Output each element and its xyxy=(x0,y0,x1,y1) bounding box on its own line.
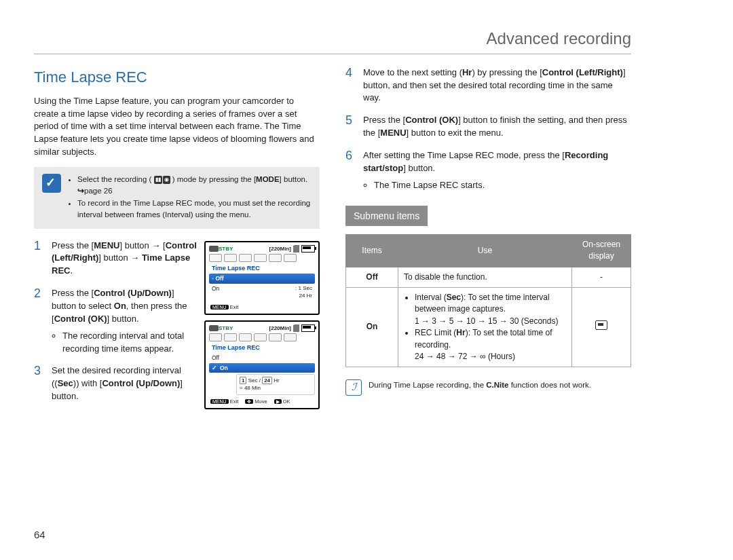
osd-mode-icon xyxy=(209,254,222,262)
osd-mode-icon xyxy=(284,254,297,262)
osd-mode-icon xyxy=(224,254,237,262)
on-use-reclimit: REC Limit (Hr): To set the total time of… xyxy=(415,327,566,362)
table-row-off: Off To disable the function. - xyxy=(346,267,631,287)
step-4: 4 Move to the next setting (Hr) by press… xyxy=(345,67,631,105)
note-line-1: Select the recording ( ▮▮◉ ) mode by pre… xyxy=(77,174,312,196)
step-number: 2 xyxy=(34,287,43,301)
precondition-note: Select the recording ( ▮▮◉ ) mode by pre… xyxy=(34,167,320,229)
osd-mode-icon xyxy=(239,333,252,341)
osd-mode-icon xyxy=(209,333,222,341)
step-2: 2 Press the [Control (Up/Down)] button t… xyxy=(34,287,198,355)
osd-mode-icon xyxy=(254,254,267,262)
lcd-option-on: On : 1 Sec24 Hr xyxy=(209,284,315,301)
timelapse-osd-icon xyxy=(595,320,607,330)
lcd-screenshot-1: STBY [220Min] Time Lapse REC xyxy=(204,241,320,315)
lcd-option-off: Off xyxy=(209,353,315,362)
osd-mode-icon xyxy=(254,333,267,341)
info-icon: ℐ xyxy=(345,379,362,396)
step-3: 3 Set the desired recording interval ((S… xyxy=(34,365,198,403)
info-note: ℐ During Time Lapse recording, the C.Nit… xyxy=(345,379,631,396)
osd-mode-icon xyxy=(269,254,282,262)
on-use-interval: Interval (Sec): To set the time interval… xyxy=(415,292,566,327)
battery-icon xyxy=(301,324,315,332)
page-title: Time Lapse REC xyxy=(34,67,320,88)
osd-mode-icon xyxy=(224,333,237,341)
lcd-screenshot-2: STBY [220Min] Time Lapse REC xyxy=(204,320,320,409)
osd-mode-icon xyxy=(284,333,297,341)
check-icon xyxy=(42,174,61,193)
camcorder-icon xyxy=(209,325,219,331)
section-header: Advanced recording xyxy=(34,27,631,54)
submenu-table: Items Use On-screen display Off To disab… xyxy=(345,234,631,368)
intro-paragraph: Using the Time Lapse feature, you can pr… xyxy=(34,95,320,159)
th-items: Items xyxy=(346,234,398,267)
osd-mode-icon xyxy=(239,254,252,262)
right-column: 4 Move to the next setting (Hr) by press… xyxy=(345,67,631,413)
osd-mode-icon xyxy=(269,333,282,341)
lcd-option-off: ◦ Off xyxy=(209,274,315,283)
lcd-menu-title: Time Lapse REC xyxy=(209,343,315,352)
step-6-bullet: The Time Lapse REC starts. xyxy=(374,179,631,192)
sd-card-icon xyxy=(293,245,299,253)
video-photo-mode-icon: ▮▮◉ xyxy=(154,176,170,184)
stby-label: STBY xyxy=(219,324,233,333)
step-2-bullet: The recording interval and total recordi… xyxy=(62,330,198,356)
sd-card-icon xyxy=(293,324,299,332)
step-number: 5 xyxy=(345,114,355,128)
table-row-on: On Interval (Sec): To set the time inter… xyxy=(346,288,631,367)
th-osd: On-screen display xyxy=(572,234,631,267)
step-1: 1 Press the [MENU] button → [Control (Le… xyxy=(34,240,198,278)
battery-icon xyxy=(301,245,315,253)
note-line-2: To record in the Time Lapse REC mode, yo… xyxy=(77,198,312,220)
step-number: 4 xyxy=(345,67,355,80)
step-number: 6 xyxy=(345,149,355,163)
left-column: Time Lapse REC Using the Time Lapse feat… xyxy=(34,67,320,413)
page-ref-icon: ↪ xyxy=(77,187,84,195)
th-use: Use xyxy=(398,234,572,267)
lcd-interval-values: 1 Sec / 24 Hr = 48 Min xyxy=(236,374,315,395)
step-5: 5 Press the [Control (OK)] button to fin… xyxy=(345,114,631,140)
step-6: 6 After setting the Time Lapse REC mode,… xyxy=(345,149,631,192)
camcorder-icon xyxy=(209,246,219,252)
stby-label: STBY xyxy=(219,245,233,253)
step-number: 3 xyxy=(34,365,43,378)
lcd-menu-title: Time Lapse REC xyxy=(209,264,315,273)
step-number: 1 xyxy=(34,240,43,253)
submenu-heading: Submenu items xyxy=(345,206,428,226)
lcd-option-on: ✓On xyxy=(209,363,315,373)
